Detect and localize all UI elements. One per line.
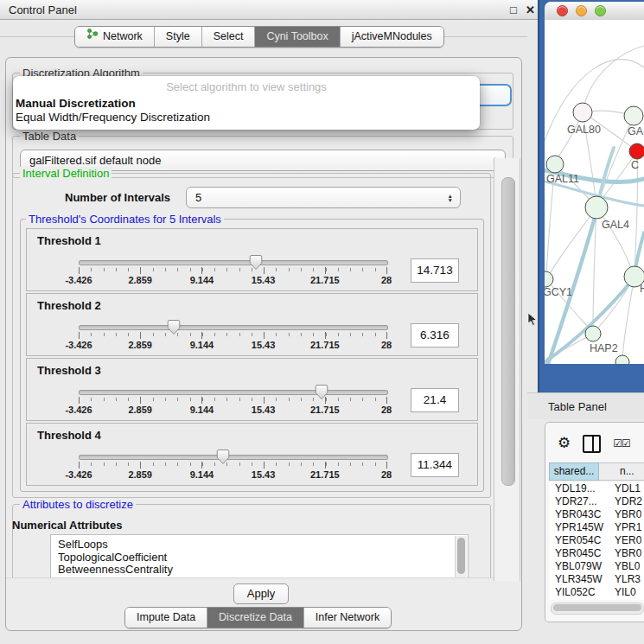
checkbox-icons[interactable]: ☑☑ xyxy=(613,437,630,450)
table-row[interactable]: YLR345WYLR3 xyxy=(549,573,644,586)
tab-label: Discretize Data xyxy=(219,608,292,628)
slider-scale-label: -3.426 xyxy=(65,469,92,480)
tab-select[interactable]: Select xyxy=(201,27,255,47)
tab-jactivemnodules[interactable]: jActiveMNodules xyxy=(340,27,443,47)
table-row[interactable]: YBR045CYBR0 xyxy=(549,547,644,560)
panel-scrollbar-thumb[interactable] xyxy=(501,177,515,486)
attribute-item-selfloops[interactable]: SelfLoops xyxy=(51,539,468,552)
threshold-label: Threshold 1 xyxy=(37,234,101,247)
cell-shared-name: YBR045C xyxy=(549,547,611,560)
screen: Control Panel □ ✕ NetworkStyleSelectCyni… xyxy=(0,0,644,644)
attributes-scrollbar-thumb[interactable] xyxy=(457,538,465,574)
slider-major-tick xyxy=(325,267,326,274)
slider-major-tick xyxy=(201,462,202,469)
tab-impute-data[interactable]: Impute Data xyxy=(125,608,207,628)
close-traffic-light-icon[interactable] xyxy=(557,5,568,16)
slider-thumb[interactable] xyxy=(249,254,263,271)
network-node-GAL80[interactable] xyxy=(573,103,592,122)
table-horizontal-scrollbar[interactable] xyxy=(551,603,644,615)
tab-label: Select xyxy=(214,27,244,47)
network-graph: GAL80GACGAL11GAL4GCY1HHAP2 xyxy=(545,20,644,364)
thresholds-group: Threshold's Coordinates for 5 Intervals … xyxy=(20,219,484,492)
tab-infer-network[interactable]: Infer Network xyxy=(303,608,391,628)
table-data-value: galFiltered.sif default node xyxy=(29,154,161,167)
network-node-bottom-partial[interactable] xyxy=(615,355,629,364)
table-toolbar: ⚙ ☑☑ xyxy=(545,431,644,456)
close-icon[interactable]: ✕ xyxy=(526,3,535,16)
network-canvas[interactable]: GAL80GACGAL11GAL4GCY1HHAP2 xyxy=(545,20,644,364)
threshold-panel-4: Threshold 4-3.4262.8599.14415.4321.71528… xyxy=(26,423,478,486)
attribute-item-betweennesscentrality[interactable]: BetweennessCentrality xyxy=(51,564,468,577)
gear-icon[interactable]: ⚙ xyxy=(558,436,571,451)
popup-option-equal-width-frequency-discretization[interactable]: Equal Width/Frequency Discretization xyxy=(16,111,210,124)
node-table: shared... n... YDL19...YDL1YDR27...YDR2Y… xyxy=(549,462,644,622)
tab-discretize-data[interactable]: Discretize Data xyxy=(207,608,303,628)
table-row[interactable]: YDL19...YDL1 xyxy=(549,482,644,495)
apply-button[interactable]: Apply xyxy=(233,583,289,604)
slider-minor-ticks xyxy=(79,268,387,271)
slider-scale-label: 2.859 xyxy=(128,469,152,480)
slider-track[interactable] xyxy=(79,325,388,330)
column-header-name[interactable]: n... xyxy=(599,462,644,481)
threshold-value-field[interactable]: 6.316 xyxy=(411,323,459,348)
tab-label: Network xyxy=(103,27,143,47)
cell-name: YLR3 xyxy=(611,573,641,586)
network-icon xyxy=(86,27,99,47)
cell-name: YIL0 xyxy=(611,586,636,599)
slider-track[interactable] xyxy=(79,260,388,265)
cell-shared-name: YDL19... xyxy=(549,482,611,495)
number-of-intervals-combobox[interactable]: 5 ▲▼ xyxy=(186,187,461,208)
threshold-value-field[interactable]: 14.713 xyxy=(411,258,459,283)
slider-scale-label: 28 xyxy=(381,275,392,285)
table-horizontal-scrollbar-thumb[interactable] xyxy=(553,604,641,611)
table-row[interactable]: YBR043CYBR0 xyxy=(549,508,644,521)
attributes-scrollbar[interactable] xyxy=(455,536,467,583)
slider-major-tick xyxy=(201,332,202,339)
table-row[interactable]: YIL052CYIL0 xyxy=(549,586,644,599)
tab-network[interactable]: Network xyxy=(75,27,154,47)
slider-scale-label: -3.426 xyxy=(65,405,92,415)
slider-track[interactable] xyxy=(79,455,388,460)
cell-shared-name: YLR345W xyxy=(549,573,611,586)
threshold-value-field[interactable]: 21.4 xyxy=(411,388,459,412)
slider-thumb[interactable] xyxy=(315,384,328,400)
table-row[interactable]: YBL079WYBL0 xyxy=(549,560,644,573)
network-node-HAP2[interactable] xyxy=(585,326,601,341)
tab-style[interactable]: Style xyxy=(154,27,201,47)
panel-scrollbar[interactable] xyxy=(494,158,520,581)
slider-scale-label: 2.859 xyxy=(128,405,152,415)
node-label-gal80: GAL80 xyxy=(567,124,601,136)
cell-name: YPR1 xyxy=(611,521,641,534)
attribute-item-topologicalcoefficient[interactable]: TopologicalCoefficient xyxy=(51,552,468,564)
slider-track[interactable] xyxy=(79,390,388,395)
slider-scale-label: 9.144 xyxy=(190,340,214,350)
popup-hint: Select algorithm to view settings xyxy=(13,80,480,93)
slider-thumb[interactable] xyxy=(167,319,181,335)
slider-scale-label: 2.859 xyxy=(128,275,152,285)
table-panel-body: ⚙ ☑☑ shared... n... YDL19...YDL1YDR27...… xyxy=(545,422,644,622)
threshold-value-field[interactable]: 11.344 xyxy=(411,453,459,477)
float-window-icon[interactable]: □ xyxy=(510,3,517,16)
slider-thumb[interactable] xyxy=(216,449,230,465)
minimize-traffic-light-icon[interactable] xyxy=(576,5,587,16)
table-row[interactable]: YPR145WYPR1 xyxy=(549,521,644,534)
network-node-GAL-partial[interactable] xyxy=(624,106,643,125)
table-row[interactable]: YER054CYER0 xyxy=(549,534,644,547)
popup-option-manual-discretization[interactable]: Manual Discretization xyxy=(16,97,136,110)
slider-major-tick xyxy=(201,397,202,404)
network-node-red-node[interactable] xyxy=(629,143,644,159)
network-node-GCY1[interactable] xyxy=(545,271,553,287)
slider-major-tick xyxy=(264,332,265,339)
threshold-label: Threshold 4 xyxy=(37,429,101,442)
slider-major-tick xyxy=(386,332,387,339)
network-node-GAL4[interactable] xyxy=(585,196,608,219)
network-node-GAL11[interactable] xyxy=(546,156,564,173)
tab-cyni-toolbox[interactable]: Cyni Toolbox xyxy=(254,27,339,47)
table-row[interactable]: YDR27...YDR2 xyxy=(549,495,644,508)
bottom-tab-bar: Impute DataDiscretize DataInfer Network xyxy=(124,607,392,628)
slider-major-tick xyxy=(386,462,387,469)
column-header-shared-name[interactable]: shared... xyxy=(549,462,599,481)
split-columns-icon[interactable] xyxy=(583,435,601,453)
zoom-traffic-light-icon[interactable] xyxy=(595,5,606,16)
number-of-intervals-value: 5 xyxy=(195,191,201,204)
